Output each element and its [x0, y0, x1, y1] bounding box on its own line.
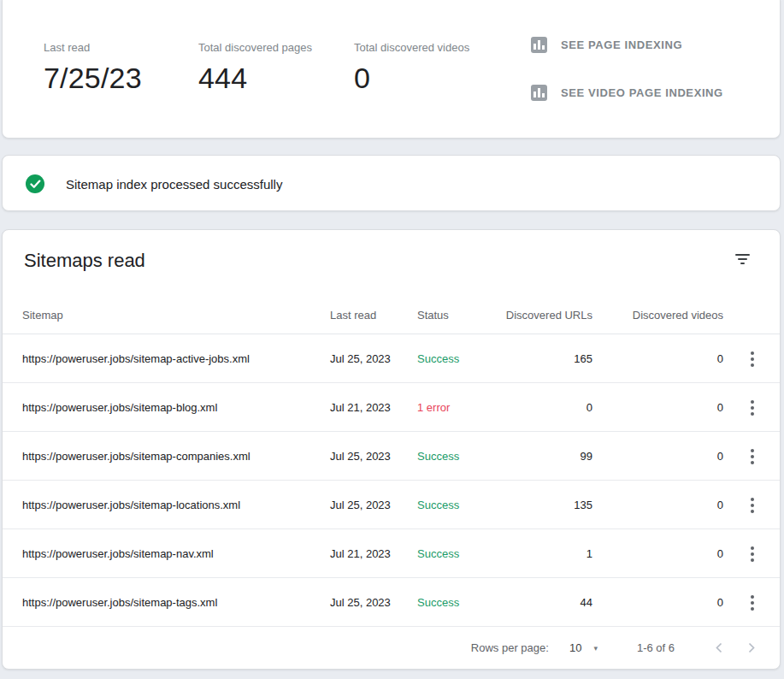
discovered-urls-count: 44: [477, 578, 592, 627]
last-read-date: Jul 25, 2023: [330, 432, 391, 481]
sitemaps-read-card: Sitemaps read Sitemap Last read Status D…: [2, 229, 781, 670]
column-header-last-read: Last read: [330, 309, 376, 322]
table-row[interactable]: https://poweruser.jobs/sitemap-companies…: [3, 432, 780, 481]
stat-last-read: Last read 7/25/23: [44, 41, 142, 95]
table-title: Sitemaps read: [24, 250, 145, 272]
discovered-videos-count: 0: [608, 481, 723, 529]
table-row[interactable]: https://poweruser.jobs/sitemap-tags.xml …: [3, 578, 780, 627]
table-row[interactable]: https://poweruser.jobs/sitemap-nav.xml J…: [3, 529, 780, 578]
next-page-button[interactable]: [747, 641, 757, 654]
sitemap-url: https://poweruser.jobs/sitemap-locations…: [22, 481, 240, 529]
chevron-left-icon: [714, 641, 723, 654]
discovered-urls-count: 99: [477, 432, 592, 481]
table-pagination-bar: Rows per page: 10 ▾ 1-6 of 6: [3, 627, 780, 669]
column-header-sitemap: Sitemap: [22, 309, 63, 322]
discovered-urls-count: 0: [477, 383, 592, 432]
kebab-vertical-icon: [751, 546, 754, 562]
discovered-urls-count: 165: [477, 334, 592, 383]
bar-chart-icon: [531, 37, 547, 53]
row-menu-button[interactable]: [740, 529, 765, 578]
stat-total-discovered-videos: Total discovered videos 0: [354, 41, 469, 95]
last-read-date: Jul 21, 2023: [330, 529, 391, 578]
last-read-date: Jul 21, 2023: [330, 383, 391, 432]
previous-page-button[interactable]: [714, 641, 723, 654]
stat-label: Last read: [44, 41, 142, 54]
sitemap-summary-card: Last read 7/25/23 Total discovered pages…: [2, 0, 781, 139]
rows-per-page-label: Rows per page:: [471, 641, 549, 654]
see-video-page-indexing-button[interactable]: SEE VIDEO PAGE INDEXING: [531, 83, 723, 102]
last-read-date: Jul 25, 2023: [330, 578, 391, 627]
stat-value: 0: [354, 62, 469, 95]
discovered-videos-count: 0: [608, 334, 723, 383]
row-menu-button[interactable]: [740, 432, 765, 481]
check-circle-icon: [26, 174, 44, 193]
discovered-urls-count: 1: [477, 529, 592, 578]
status-badge: Success: [417, 334, 459, 383]
stat-label: Total discovered videos: [354, 41, 469, 54]
table-body: https://poweruser.jobs/sitemap-active-jo…: [3, 334, 780, 627]
kebab-vertical-icon: [751, 449, 754, 464]
discovered-videos-count: 0: [608, 578, 723, 627]
status-badge: 1 error: [417, 383, 450, 432]
column-header-discovered-videos: Discovered videos: [608, 309, 723, 322]
rows-per-page-value[interactable]: 10: [569, 641, 581, 654]
discovered-videos-count: 0: [608, 432, 723, 481]
sitemap-status-banner: Sitemap index processed successfully: [2, 155, 781, 211]
bar-chart-icon: [531, 85, 547, 101]
sitemap-url: https://poweruser.jobs/sitemap-tags.xml: [22, 578, 217, 627]
table-row[interactable]: https://poweruser.jobs/sitemap-active-jo…: [3, 334, 780, 383]
sitemap-url: https://poweruser.jobs/sitemap-companies…: [22, 432, 251, 481]
filter-button[interactable]: [728, 245, 756, 273]
column-header-discovered-urls: Discovered URLs: [477, 309, 592, 322]
stat-label: Total discovered pages: [198, 41, 312, 54]
discovered-videos-count: 0: [608, 529, 723, 578]
stat-total-discovered-pages: Total discovered pages 444: [198, 41, 312, 95]
row-menu-button[interactable]: [740, 578, 765, 627]
kebab-vertical-icon: [751, 498, 754, 513]
stat-value: 444: [198, 62, 312, 95]
see-page-indexing-label: SEE PAGE INDEXING: [561, 38, 682, 51]
pagination-range-label: 1-6 of 6: [637, 641, 675, 654]
see-page-indexing-button[interactable]: SEE PAGE INDEXING: [531, 35, 682, 54]
kebab-vertical-icon: [751, 595, 754, 611]
kebab-vertical-icon: [751, 351, 754, 367]
table-row[interactable]: https://poweruser.jobs/sitemap-blog.xml …: [3, 383, 780, 432]
sitemap-url: https://poweruser.jobs/sitemap-blog.xml: [22, 383, 217, 432]
last-read-date: Jul 25, 2023: [330, 334, 391, 383]
sitemap-url: https://poweruser.jobs/sitemap-nav.xml: [22, 529, 214, 578]
discovered-videos-count: 0: [608, 383, 723, 432]
column-header-status: Status: [417, 309, 449, 322]
table-header-row: Sitemap Last read Status Discovered URLs…: [3, 295, 780, 334]
filter-list-icon: [735, 254, 750, 264]
status-badge: Success: [417, 578, 459, 627]
banner-message: Sitemap index processed successfully: [66, 156, 282, 212]
row-menu-button[interactable]: [740, 383, 765, 432]
row-menu-button[interactable]: [740, 334, 765, 383]
chevron-right-icon: [747, 641, 757, 654]
kebab-vertical-icon: [751, 400, 754, 416]
stat-value: 7/25/23: [44, 62, 142, 95]
see-video-page-indexing-label: SEE VIDEO PAGE INDEXING: [561, 86, 723, 99]
table-row[interactable]: https://poweruser.jobs/sitemap-locations…: [3, 481, 780, 529]
row-menu-button[interactable]: [740, 481, 765, 529]
sitemap-url: https://poweruser.jobs/sitemap-active-jo…: [22, 334, 250, 383]
discovered-urls-count: 135: [477, 481, 592, 529]
status-badge: Success: [417, 481, 459, 529]
status-badge: Success: [417, 529, 459, 578]
dropdown-caret-icon[interactable]: ▾: [593, 644, 598, 652]
last-read-date: Jul 25, 2023: [330, 481, 391, 529]
status-badge: Success: [417, 432, 459, 481]
